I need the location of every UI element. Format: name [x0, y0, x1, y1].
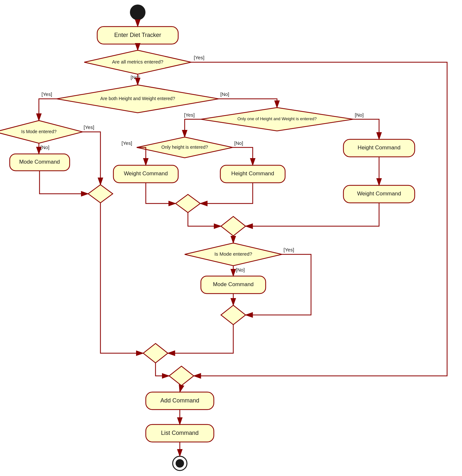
- list-cmd-text: List Command: [161, 430, 199, 436]
- arr-weightcmd1-mergec: [146, 183, 176, 203]
- merge-r2-poly: [221, 305, 246, 325]
- only-one-text: Only one of Height and Weight is entered…: [237, 116, 317, 121]
- mode-cmd1-text: Mode Command: [19, 159, 60, 165]
- both-hw-text: Are both Height and Weight entered?: [100, 96, 175, 101]
- only-height-text: Only height is entered?: [161, 145, 208, 150]
- arr-mergec-mergeR1: [188, 213, 221, 226]
- height-cmd2-text: Height Command: [358, 145, 400, 151]
- start-circle: [130, 5, 145, 20]
- arr-yes-onlyheight-weightcmd1: [137, 147, 146, 165]
- arr-yes-onlyone-onlyheight: [185, 119, 201, 137]
- weight-cmd2-text: Weight Command: [357, 191, 401, 197]
- arr-yes-ismode1-mergeL1: [83, 132, 100, 185]
- arr-no-onlyone-heightcmd2: [353, 119, 379, 139]
- arr-no-onlyheight-heightcmd1: [233, 147, 253, 165]
- yes-mode1-lbl: [Yes]: [84, 124, 94, 130]
- all-metrics-text: Are all metrics entered?: [112, 59, 163, 64]
- no-metrics-lbl: [No]: [131, 75, 140, 80]
- arr-no-bothhw-onlyone: [219, 99, 277, 108]
- no-mode1-lbl: [No]: [40, 145, 50, 150]
- add-cmd-text: Add Command: [160, 397, 199, 404]
- arr-modecmd1-mergeL1: [40, 171, 88, 194]
- arr-mergeR2-mergebottom: [168, 325, 233, 353]
- no-mode2-lbl: [No]: [236, 267, 245, 273]
- no-onlyone-lbl: [No]: [355, 112, 364, 118]
- arr-weightcmd2-mergeR1: [246, 203, 379, 226]
- end-circle-inner: [176, 459, 184, 468]
- merge-bl-poly: [143, 343, 168, 363]
- yes-mode2-lbl: [Yes]: [283, 247, 294, 252]
- merge-r1-poly: [221, 216, 246, 236]
- yes-metrics-lbl: [Yes]: [194, 55, 204, 60]
- mode-cmd2-text: Mode Command: [213, 281, 254, 287]
- enter-diet-tracker-text: Enter Diet Tracker: [114, 32, 161, 38]
- no-onlyheight-lbl: [No]: [234, 140, 243, 146]
- arr-mergeL1-mergebottom: [100, 203, 143, 353]
- merge-c-poly: [176, 194, 200, 213]
- merge-bm-poly: [169, 366, 194, 386]
- arr-heightcmd1-mergec: [200, 183, 253, 203]
- is-mode1-text: Is Mode entered?: [21, 129, 57, 134]
- merge-l1-poly: [88, 185, 113, 203]
- arr-mergebm-addcmd: [180, 386, 181, 392]
- is-mode2-text: Is Mode entered?: [214, 251, 252, 257]
- arr-yes-bothhw-ismode1: [39, 99, 57, 121]
- yes-onlyone-lbl: [Yes]: [184, 112, 195, 118]
- no-bothhw-lbl: [No]: [220, 91, 229, 97]
- arr-mergebl-mergebm: [156, 363, 169, 376]
- height-cmd1-text: Height Command: [231, 170, 274, 177]
- weight-cmd1-text: Weight Command: [124, 170, 168, 177]
- yes-onlyheight-lbl: [Yes]: [121, 140, 132, 146]
- yes-bothhw-lbl: [Yes]: [41, 91, 52, 97]
